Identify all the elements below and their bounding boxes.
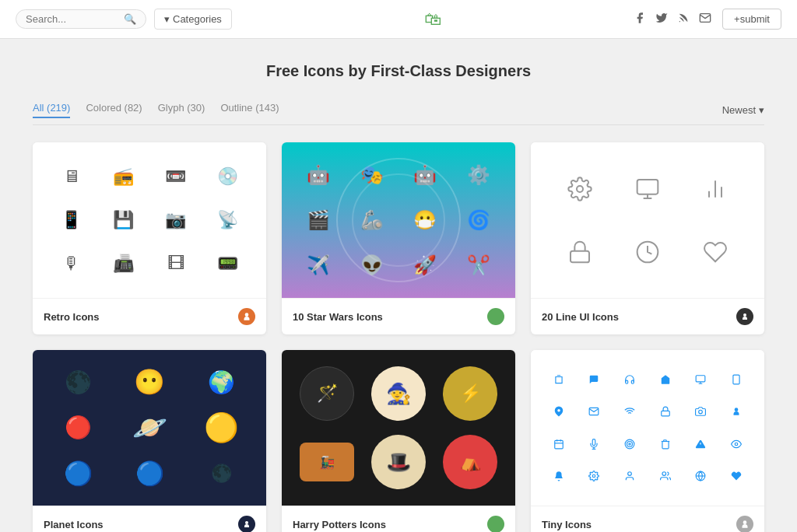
retro-icon-12: 📟 [205,245,251,282]
sw-icon-12: ✂️ [455,245,504,285]
starwars-footer: 10 Star Wars Icons [282,298,515,334]
retro-icon-4: 💿 [205,158,251,195]
tiny-icon-chat [579,366,610,394]
retro-icon-10: 📠 [100,245,146,282]
retro-title: Retro Icons [44,311,100,323]
hp-avatar [487,516,504,532]
planet-5: 🪐 [117,408,182,448]
page-title: Free Icons by First-Class Designers [33,62,764,80]
tiny-icon-gear [579,463,610,491]
tab-colored[interactable]: Colored (82) [86,102,142,118]
lineui-icon-6 [686,224,746,279]
tiny-icon-mail [579,398,610,426]
planet-2: 😶 [117,362,182,402]
tiny-icon-target [614,430,645,458]
sw-icon-4: ⚙️ [455,155,504,195]
chevron-down-icon: ▾ [164,13,170,25]
svg-point-15 [735,408,739,412]
planet-9: 🌑 [188,453,254,493]
planet-7: 🔵 [45,453,111,493]
card-retro: 🖥 📻 📼 💿 📱 💾 📷 📡 🎙 📠 🎞 📟 Retro Icons [33,142,266,334]
card-lineui: 20 Line UI Icons [531,142,764,334]
tiny-icon-bell [543,463,574,491]
tiny-icon-calendar [543,430,574,458]
hp-hat: 🎩 [371,435,426,489]
tab-glyph[interactable]: Glyph (30) [158,102,205,118]
svg-point-33 [743,520,747,524]
svg-point-2 [577,186,583,192]
hp-platform: 🚂 [300,443,354,481]
tiny-icon-eye [721,430,752,458]
retro-icon-6: 💾 [100,201,146,239]
lineui-icon-4 [549,224,609,279]
search-box[interactable]: 🔍 [16,9,146,29]
tiny-icon-users [650,463,681,491]
svg-point-24 [629,443,630,445]
starwars-avatar [487,308,504,325]
sw-icon-5: 🎬 [294,200,343,240]
sw-icon-9: ✈️ [294,245,343,285]
sort-label: Newest [722,104,756,116]
retro-footer: Retro Icons [33,298,266,334]
starwars-title: 10 Star Wars Icons [293,311,383,323]
tiny-icon-heart [721,463,752,491]
hp-harry: 🧙 [371,366,426,421]
svg-point-0 [679,21,680,22]
planet-8: 🔵 [117,453,182,493]
rss-icon[interactable] [677,12,690,27]
sw-icon-2: 🎭 [348,155,397,195]
search-input[interactable] [26,13,119,25]
tiny-icon-phone [721,366,752,394]
categories-label: Categories [173,13,222,25]
retro-icon-5: 📱 [48,201,94,239]
tab-outline[interactable]: Outline (143) [220,102,279,118]
tiny-icon-clipboard [543,366,574,394]
tiny-preview [531,350,764,506]
planet-4: 🔴 [45,408,111,448]
lineui-preview [531,142,764,298]
chevron-down-icon: ▾ [759,104,764,116]
facebook-icon[interactable] [634,12,646,27]
sw-icon-6: 🦾 [348,200,397,240]
sw-icon-10: 👽 [348,245,397,285]
svg-point-28 [593,475,596,478]
tiny-icon-mic [579,430,610,458]
sw-icon-3: 🤖 [401,155,450,195]
card-starwars: 🤖 🎭 🤖 ⚙️ 🎬 🦾 😷 🌀 ✈️ 👽 🚀 ✂️ 10 Star Wars … [282,142,515,334]
tiny-icon-globe [686,463,717,491]
svg-point-1 [245,313,249,317]
lineui-icon-1 [549,161,609,216]
hp-wand: 🪄 [300,366,354,421]
nav-left: 🔍 ▾ Categories [16,9,232,30]
hp-title: Harry Potters Icons [293,519,386,530]
hp-tent: ⛺ [443,435,497,489]
email-icon[interactable] [699,12,711,27]
svg-rect-9 [733,375,739,384]
svg-point-30 [662,472,666,476]
tiny-icon-trash [650,430,681,458]
submit-button[interactable]: +submit [722,9,781,30]
lineui-avatar [736,308,753,325]
sw-icon-11: 🚀 [401,245,450,285]
twitter-icon[interactable] [655,12,668,27]
tiny-icon-home [650,366,681,394]
bag-icon: 🛍 [424,9,441,30]
svg-point-11 [557,409,560,412]
retro-icon-3: 📼 [153,158,198,195]
sort-button[interactable]: Newest ▾ [722,104,764,116]
categories-button[interactable]: ▾ Categories [154,9,232,30]
svg-point-6 [743,313,746,317]
tabs-left: All (219) Colored (82) Glyph (30) Outlin… [33,102,279,118]
sw-icon-1: 🤖 [294,155,343,195]
planets-title: Planet Icons [44,519,104,530]
tiny-title: Tiny Icons [542,519,592,530]
tiny-icon-camera [686,398,717,426]
tiny-icon-headphones [614,366,645,394]
tiny-icon-pin [543,398,574,426]
icons-grid: 🖥 📻 📼 💿 📱 💾 📷 📡 🎙 📠 🎞 📟 Retro Icons [33,142,764,532]
tab-all[interactable]: All (219) [33,102,70,118]
card-harrypotter: 🪄 🧙 ⚡ 🚂 🎩 ⛺ [282,350,515,532]
svg-rect-4 [571,250,589,262]
retro-avatar [238,308,255,325]
filter-tabs: All (219) Colored (82) Glyph (30) Outlin… [33,102,764,125]
